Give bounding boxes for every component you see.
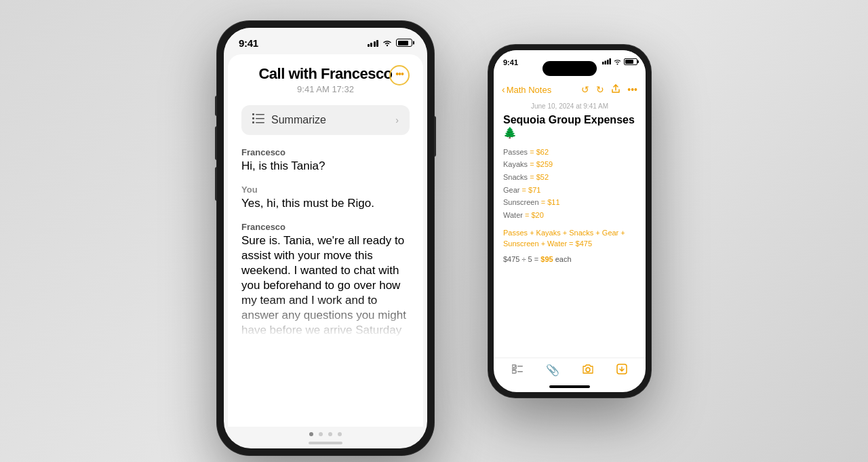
- call-title: Call with Francesco: [241, 65, 410, 83]
- back-chevron-icon: ‹: [502, 84, 505, 95]
- expense-sum-line: Passes + Kayaks + Snacks + Gear +Sunscre…: [503, 227, 636, 250]
- svg-rect-2: [252, 117, 254, 119]
- message-text-2: Yes, hi, this must be Rigo.: [241, 196, 410, 211]
- nav-dot-4: [338, 432, 342, 436]
- notes-main-title: Sequoia Group Expenses 🌲: [503, 114, 636, 139]
- nav-dot-3: [328, 432, 332, 436]
- expense-kayaks: Kayaks = $259: [503, 158, 636, 171]
- home-indicator: [309, 442, 342, 444]
- nav-dot-2: [319, 432, 323, 436]
- battery-fill: [398, 41, 408, 45]
- summarize-label: Summarize: [271, 114, 326, 126]
- mute-button: [215, 96, 217, 116]
- right-battery-icon: [624, 58, 637, 65]
- svg-rect-1: [252, 113, 254, 115]
- expense-sunscreen: Sunscreen = $11: [503, 196, 636, 209]
- right-home-indicator: [549, 385, 590, 388]
- left-phone-screen: 9:41: [224, 28, 427, 448]
- overflow-icon[interactable]: •••: [627, 84, 637, 95]
- right-status-time: 9:41: [503, 58, 518, 66]
- message-block-2: You Yes, hi, this must be Rigo.: [241, 185, 410, 211]
- notes-date: June 10, 2024 at 9:41 AM: [503, 102, 636, 110]
- power-button: [434, 116, 436, 157]
- phone-left: 9:41: [217, 21, 434, 455]
- svg-point-16: [586, 368, 590, 372]
- undo-icon[interactable]: ↺: [581, 84, 589, 95]
- call-header: Call with Francesco 9:41 AM 17:32 •••: [241, 65, 410, 94]
- camera-icon[interactable]: [583, 364, 593, 377]
- svg-point-11: [617, 63, 618, 64]
- svg-rect-8: [605, 61, 607, 65]
- right-top-bar: 9:41: [494, 50, 646, 80]
- left-status-time: 9:41: [239, 37, 258, 49]
- sender-1: Francesco: [241, 147, 410, 157]
- svg-rect-7: [602, 62, 604, 64]
- battery-icon: [396, 39, 412, 47]
- nav-dot-1: [309, 432, 313, 436]
- dynamic-island: [542, 61, 597, 76]
- share-icon[interactable]: [611, 84, 620, 96]
- signal-icon: [368, 39, 379, 47]
- volume-up-button: [215, 126, 217, 160]
- message-text-3: Sure is. Tania, we're all ready to assis…: [241, 233, 410, 339]
- phones-container: 9:41: [217, 7, 651, 455]
- svg-rect-3: [252, 121, 254, 123]
- svg-rect-6: [256, 122, 264, 123]
- left-status-icons: [368, 39, 413, 47]
- right-signal-icon: [602, 58, 611, 64]
- expense-water: Water = $20: [503, 209, 636, 222]
- notes-nav: ‹ Math Notes ↺ ↻ •••: [494, 80, 646, 100]
- svg-rect-15: [517, 371, 523, 372]
- call-subtitle: 9:41 AM 17:32: [241, 84, 410, 94]
- more-dots-icon: •••: [395, 69, 403, 79]
- message-block-1: Francesco Hi, is this Tania?: [241, 147, 410, 174]
- svg-rect-5: [256, 118, 264, 119]
- summarize-button[interactable]: Summarize ›: [241, 105, 410, 135]
- phone-right: 9:41: [488, 45, 651, 398]
- redo-icon[interactable]: ↻: [596, 84, 604, 95]
- bottom-nav: [224, 427, 427, 439]
- notes-content: June 10, 2024 at 9:41 AM Sequoia Group E…: [494, 100, 646, 358]
- sender-3: Francesco: [241, 222, 410, 232]
- svg-rect-9: [607, 60, 609, 64]
- svg-rect-13: [512, 370, 516, 373]
- paperclip-icon[interactable]: 📎: [546, 364, 559, 377]
- notes-toolbar: 📎: [494, 358, 646, 383]
- back-button[interactable]: ‹ Math Notes: [502, 84, 551, 95]
- back-label: Math Notes: [507, 85, 551, 95]
- svg-rect-14: [517, 366, 523, 367]
- right-wifi-icon: [613, 58, 622, 65]
- expense-gear: Gear = $71: [503, 184, 636, 197]
- right-phone-screen: 9:41: [494, 50, 646, 392]
- svg-rect-4: [256, 114, 264, 115]
- summarize-icon: [252, 113, 264, 127]
- more-button[interactable]: •••: [389, 65, 410, 85]
- call-content-area: Call with Francesco 9:41 AM 17:32 •••: [228, 54, 423, 427]
- checklist-icon[interactable]: [512, 364, 523, 377]
- wifi-icon: [382, 39, 393, 47]
- sender-2: You: [241, 185, 410, 195]
- notes-action-icons: ↺ ↻ •••: [581, 84, 637, 96]
- expense-snacks: Snacks = $52: [503, 171, 636, 184]
- right-status-icons: [602, 58, 637, 65]
- svg-rect-10: [610, 58, 612, 64]
- summarize-left: Summarize: [252, 113, 326, 127]
- summarize-chevron-icon: ›: [395, 115, 399, 126]
- export-icon[interactable]: [616, 364, 627, 377]
- svg-point-0: [387, 45, 388, 46]
- expense-div-line: $475 ÷ 5 = $95 each: [503, 255, 636, 263]
- expense-passes: Passes = $62: [503, 146, 636, 159]
- message-text-1: Hi, is this Tania?: [241, 159, 410, 174]
- message-block-3: Francesco Sure is. Tania, we're all read…: [241, 222, 410, 339]
- volume-down-button: [215, 167, 217, 201]
- left-status-bar: 9:41: [224, 28, 427, 54]
